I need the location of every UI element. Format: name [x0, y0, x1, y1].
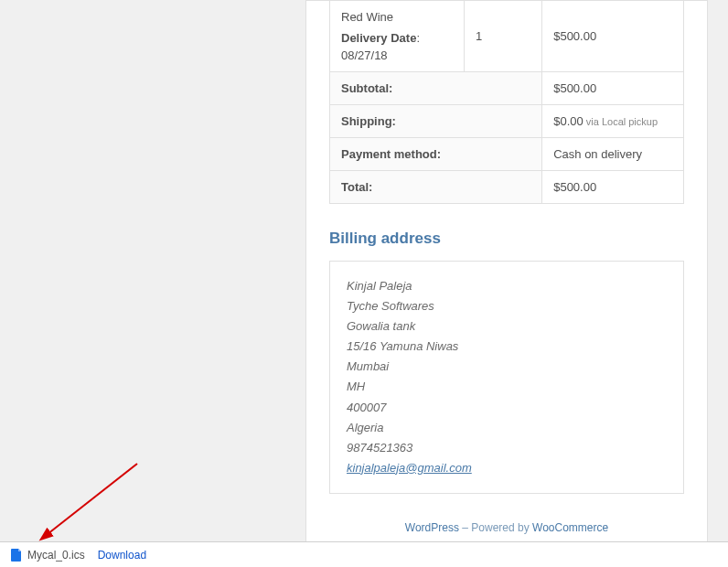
- file-icon: [11, 549, 22, 562]
- billing-heading: Billing address: [329, 230, 684, 248]
- billing-company: Tyche Softwares: [347, 296, 667, 316]
- page-wrapper: Red Wine Delivery Date: 08/27/18 1 $500.…: [0, 0, 728, 567]
- billing-phone: 9874521363: [347, 438, 667, 458]
- payment-value: Cash on delivery: [542, 138, 684, 171]
- billing-address-box: Kinjal Paleja Tyche Softwares Gowalia ta…: [329, 261, 684, 494]
- qty-cell: 1: [465, 1, 542, 72]
- shipping-via: via Local pickup: [583, 116, 658, 127]
- product-name: Red Wine: [341, 10, 453, 24]
- table-row: Red Wine Delivery Date: 08/27/18 1 $500.…: [330, 1, 684, 72]
- footer-credits: WordPress – Powered by WooCommerce: [306, 494, 707, 543]
- table-row: Payment method: Cash on delivery: [330, 138, 684, 171]
- total-label: Total:: [330, 171, 542, 204]
- delivery-date-value: 08/27/18: [341, 48, 453, 62]
- table-row: Subtotal: $500.00: [330, 72, 684, 105]
- shipping-value: $0.00 via Local pickup: [542, 105, 684, 138]
- svg-line-0: [48, 464, 137, 534]
- billing-zip: 400007: [347, 398, 667, 418]
- total-value: $500.00: [542, 171, 684, 204]
- table-row: Total: $500.00: [330, 171, 684, 204]
- wordpress-link[interactable]: WordPress: [405, 521, 459, 534]
- woocommerce-link[interactable]: WooCommerce: [532, 521, 608, 534]
- order-table: Red Wine Delivery Date: 08/27/18 1 $500.…: [329, 1, 684, 204]
- billing-street2: 15/16 Yamuna Niwas: [347, 337, 667, 357]
- download-filename: Mycal_0.ics: [27, 549, 85, 562]
- billing-city: Mumbai: [347, 357, 667, 377]
- table-row: Shipping: $0.00 via Local pickup: [330, 105, 684, 138]
- delivery-date-label: Delivery Date: [341, 31, 416, 45]
- payment-label: Payment method:: [330, 138, 542, 171]
- download-link[interactable]: Download: [98, 549, 146, 562]
- download-bar: Mycal_0.ics Download: [0, 541, 728, 567]
- product-cell: Red Wine Delivery Date: 08/27/18: [330, 1, 465, 72]
- billing-name: Kinjal Paleja: [347, 276, 667, 296]
- content-card: Red Wine Delivery Date: 08/27/18 1 $500.…: [305, 0, 708, 562]
- billing-state: MH: [347, 377, 667, 397]
- subtotal-label: Subtotal:: [330, 72, 542, 105]
- billing-country: Algeria: [347, 418, 667, 438]
- billing-email-link[interactable]: kinjalpaleja@gmail.com: [347, 461, 472, 475]
- shipping-label: Shipping:: [330, 105, 542, 138]
- line-total-cell: $500.00: [542, 1, 684, 72]
- subtotal-value: $500.00: [542, 72, 684, 105]
- annotation-arrow: [37, 459, 146, 541]
- billing-street1: Gowalia tank: [347, 316, 667, 337]
